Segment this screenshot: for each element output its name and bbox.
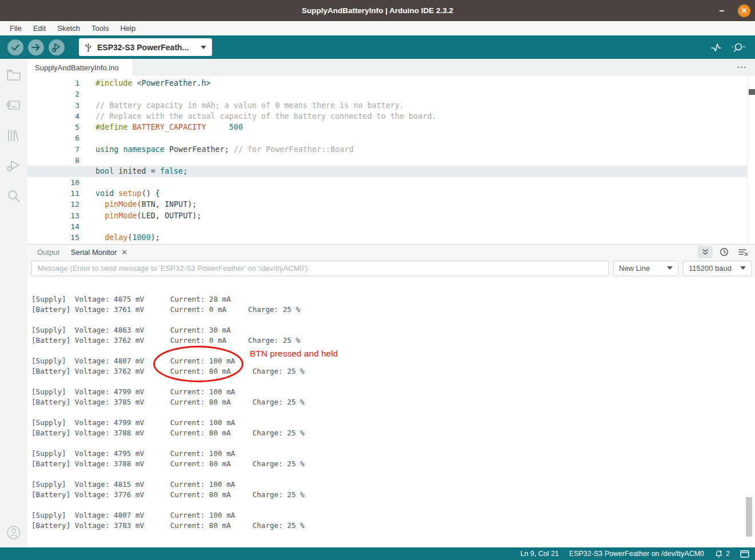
tab-serial-monitor-label: Serial Monitor — [71, 248, 117, 257]
serial-output-line: [Supply] Voltage: 4875 mV Current: 28 mA — [31, 294, 755, 305]
code-line-5[interactable]: #define BATTERY_CAPACITY 500 — [87, 122, 747, 133]
chevron-down-icon — [740, 266, 746, 270]
sidebar-item-search[interactable] — [6, 188, 22, 204]
clock-icon — [720, 247, 729, 257]
menu-edit[interactable]: Edit — [28, 22, 51, 34]
line-ending-select[interactable]: New Line — [613, 261, 678, 276]
code-area[interactable]: #include <PowerFeather.h> // Battery cap… — [87, 76, 747, 244]
serial-output-line: [Supply] Voltage: 4795 mV Current: 100 m… — [31, 449, 755, 459]
sidebar-item-debugger[interactable] — [6, 158, 22, 174]
line-number: 7 — [27, 144, 87, 155]
baud-rate-value: 115200 baud — [689, 264, 732, 273]
line-number: 8 — [27, 155, 87, 166]
code-editor[interactable]: 123456789101112131415 #include <PowerFea… — [27, 76, 755, 244]
code-line-6[interactable] — [87, 133, 747, 143]
tab-more-actions-icon[interactable]: ··· — [737, 59, 747, 76]
line-number: 6 — [27, 133, 87, 143]
annotation-ellipse — [153, 346, 243, 382]
serial-scrollbar-thumb[interactable] — [746, 497, 752, 537]
minimize-button[interactable]: – — [716, 0, 728, 21]
serial-plotter-icon[interactable] — [710, 42, 722, 53]
debug-button[interactable] — [49, 39, 65, 55]
usb-icon — [85, 42, 92, 53]
menu-tools[interactable]: Tools — [86, 22, 114, 34]
serial-output-line: [Battery] Voltage: 3776 mV Current: 80 m… — [31, 490, 755, 500]
toggle-panel-icon[interactable] — [740, 550, 749, 558]
double-chevron-down-icon — [701, 248, 709, 256]
menu-bar: File Edit Sketch Tools Help — [0, 21, 755, 35]
baud-rate-select[interactable]: 115200 baud — [683, 261, 752, 276]
collapse-panel-button[interactable] — [698, 246, 713, 258]
code-line-15[interactable]: delay(1000); — [87, 232, 747, 243]
notification-count: 2 — [726, 550, 730, 558]
close-serial-monitor-icon[interactable]: ✕ — [121, 248, 127, 257]
line-number: 11 — [27, 188, 87, 199]
activity-sidebar — [0, 59, 27, 547]
serial-output-line: [Supply] Voltage: 4815 mV Current: 100 m… — [31, 479, 755, 490]
code-line-7[interactable]: using namespace PowerFeather; // for Pow… — [87, 144, 747, 155]
serial-output-line: [Battery] Voltage: 3783 mV Current: 80 m… — [31, 521, 755, 531]
serial-output-line: [Battery] Voltage: 3788 mV Current: 80 m… — [31, 428, 755, 438]
search-icon — [7, 189, 21, 203]
sidebar-item-sketchbook[interactable] — [6, 67, 22, 83]
line-number: 15 — [27, 232, 87, 243]
code-line-3[interactable]: // Battery capacity in mAh; a value of 0… — [87, 100, 747, 111]
code-line-10[interactable] — [87, 177, 747, 188]
close-button[interactable]: ✕ — [738, 5, 750, 17]
menu-sketch[interactable]: Sketch — [52, 22, 85, 34]
account-icon — [6, 525, 21, 540]
upload-button[interactable] — [28, 39, 44, 55]
chevron-down-icon — [667, 266, 673, 270]
serial-message-input[interactable] — [31, 261, 609, 276]
line-number: 4 — [27, 111, 87, 122]
line-number: 14 — [27, 221, 87, 232]
code-line-14[interactable] — [87, 221, 747, 232]
tab-serial-monitor[interactable]: Serial Monitor ✕ — [65, 248, 133, 257]
editor-scrollbar[interactable] — [747, 76, 755, 244]
chevron-down-icon — [201, 46, 206, 49]
main-area: SupplyAndBatteryInfo.ino ··· 12345678910… — [0, 59, 755, 547]
code-line-1[interactable]: #include <PowerFeather.h> — [87, 78, 747, 89]
status-bar: Ln 9, Col 21 ESP32-S3 PowerFeather on /d… — [0, 547, 755, 560]
window-controls: – ✕ — [716, 0, 750, 21]
timestamp-toggle-button[interactable] — [717, 246, 732, 258]
menu-file[interactable]: File — [5, 22, 27, 34]
code-line-13[interactable]: pinMode(LED, OUTPUT); — [87, 210, 747, 221]
serial-output-line: [Battery] Voltage: 3785 mV Current: 80 m… — [31, 397, 755, 407]
serial-output-line: [Battery] Voltage: 3762 mV Current: 80 m… — [31, 366, 755, 377]
serial-output-block: [Supply] Voltage: 4807 mV Current: 100 m… — [31, 510, 755, 531]
tab-sketch-file[interactable]: SupplyAndBatteryInfo.ino — [27, 59, 133, 76]
notifications[interactable]: 2 — [714, 550, 730, 558]
line-number: 3 — [27, 100, 87, 111]
code-line-12[interactable]: pinMode(BTN, INPUT); — [87, 199, 747, 210]
sidebar-item-boards-manager[interactable] — [6, 97, 22, 113]
bell-icon — [714, 550, 723, 558]
code-line-2[interactable] — [87, 89, 747, 99]
serial-monitor-icon[interactable] — [731, 42, 746, 53]
serial-output-line: [Supply] Voltage: 4799 mV Current: 100 m… — [31, 387, 755, 397]
code-line-9[interactable]: bool inited = false; — [27, 166, 747, 177]
tab-output[interactable]: Output — [31, 248, 65, 257]
code-line-4[interactable]: // Replace with the actual capacity of t… — [87, 111, 747, 122]
code-line-8[interactable] — [87, 155, 747, 166]
menu-help[interactable]: Help — [115, 22, 141, 34]
verify-button[interactable] — [7, 39, 23, 55]
annotation-label: BTN pressed and held — [250, 349, 338, 359]
sidebar-item-account[interactable] — [6, 525, 22, 541]
window-title: SupplyAndBatteryInfo | Arduino IDE 2.3.2 — [0, 6, 755, 15]
code-line-11[interactable]: void setup() { — [87, 188, 747, 199]
checkmark-icon — [11, 43, 20, 52]
board-selector[interactable]: ESP32-S3 PowerFeath... — [79, 38, 212, 56]
bottom-panel: Output Serial Monitor ✕ — [27, 244, 755, 547]
clear-output-button[interactable] — [736, 246, 750, 258]
tab-label: SupplyAndBatteryInfo.ino — [35, 63, 119, 72]
editor-scrollbar-thumb[interactable] — [749, 89, 755, 95]
serial-output-block: [Supply] Voltage: 4863 mV Current: 30 mA… — [31, 325, 755, 346]
serial-output-block: [Supply] Voltage: 4807 mV Current: 100 m… — [31, 356, 755, 377]
cursor-position[interactable]: Ln 9, Col 21 — [520, 550, 558, 558]
serial-output-text: [Supply] Voltage: 4875 mV Current: 28 mA… — [27, 278, 755, 531]
sidebar-item-library-manager[interactable] — [6, 127, 22, 143]
serial-output-area[interactable]: [Supply] Voltage: 4875 mV Current: 28 mA… — [27, 278, 755, 547]
board-port-status[interactable]: ESP32-S3 PowerFeather on /dev/ttyACM0 — [569, 550, 704, 558]
line-number: 5 — [27, 122, 87, 133]
